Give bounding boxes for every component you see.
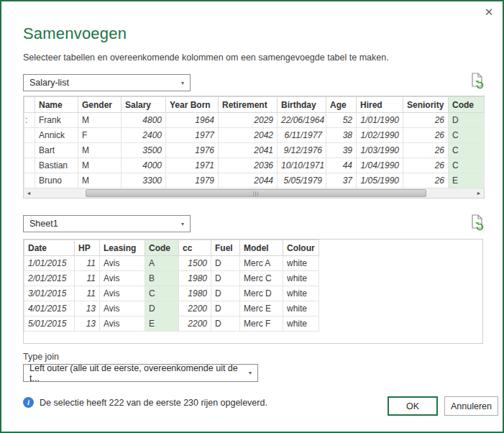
cell: 1980: [179, 286, 211, 301]
cell: [24, 158, 35, 173]
cell: white: [283, 271, 319, 286]
cell: white: [283, 256, 319, 271]
cell: 2/01/2015: [24, 271, 75, 286]
status-text: De selectie heeft 222 van de eerste 230 …: [40, 398, 267, 408]
refresh-preview-icon[interactable]: [470, 72, 485, 89]
cell: E: [145, 316, 179, 332]
column-header-gender[interactable]: Gender: [78, 97, 122, 113]
cell: 1/05/1990: [357, 173, 403, 188]
cell: 1976: [166, 143, 219, 158]
table2-selector-dropdown[interactable]: Sheet1 ▾: [23, 215, 191, 232]
cell: F: [78, 128, 122, 143]
cell: Avis: [100, 316, 145, 332]
page-title: Samenvoegen: [23, 24, 127, 43]
cell: 2029: [219, 113, 278, 128]
scroll-right-icon[interactable]: ►: [474, 188, 484, 198]
column-header-code[interactable]: Code: [449, 97, 485, 113]
cell: 37: [326, 173, 357, 188]
cell: 10/10/1971: [278, 158, 326, 173]
column-header-blank[interactable]: [24, 97, 35, 113]
cell: D: [211, 286, 240, 301]
column-header-salary[interactable]: Salary: [122, 97, 166, 113]
column-header-cc[interactable]: cc: [179, 240, 211, 256]
cell: C: [145, 286, 179, 301]
cell: 4/01/2015: [24, 301, 75, 316]
column-header-model[interactable]: Model: [240, 240, 283, 256]
cell: 9/12/1976: [278, 143, 326, 158]
cell: 1/01/2015: [24, 256, 75, 271]
table-row: 5/01/201513AvisE2200DMerc Fwhite: [24, 316, 319, 332]
cell: 2200: [179, 316, 211, 332]
cell: M: [78, 158, 122, 173]
cell: Merc D: [240, 286, 283, 301]
cell: [24, 128, 35, 143]
cell: 39: [326, 143, 357, 158]
chevron-down-icon: ▾: [249, 370, 252, 376]
column-header-seniority[interactable]: Seniority: [403, 97, 449, 113]
cell: 1977: [166, 128, 219, 143]
cancel-button[interactable]: Annuleren: [444, 396, 498, 416]
cell: 1979: [166, 173, 219, 188]
cell: 5/01/2015: [24, 316, 75, 332]
cell: :: [24, 113, 35, 128]
scrollbar-track[interactable]: |||: [34, 188, 474, 198]
scroll-left-icon[interactable]: ◄: [24, 188, 34, 198]
horizontal-scrollbar[interactable]: ◄ ||| ►: [24, 188, 484, 198]
cell: 13: [75, 301, 100, 316]
scrollbar-thumb[interactable]: |||: [86, 189, 426, 197]
column-header-leasing[interactable]: Leasing: [100, 240, 145, 256]
cell: D: [211, 301, 240, 316]
cell: Merc F: [240, 316, 283, 332]
close-icon[interactable]: ✕: [482, 6, 495, 19]
column-header-date[interactable]: Date: [24, 240, 75, 256]
column-header-name[interactable]: Name: [35, 97, 78, 113]
cell: 52: [326, 113, 357, 128]
refresh-preview-icon[interactable]: [470, 214, 485, 231]
cell: 13: [75, 316, 100, 332]
cell: 44: [326, 158, 357, 173]
cell: M: [78, 113, 122, 128]
column-header-retirement[interactable]: Retirement: [219, 97, 278, 113]
cell: D: [211, 316, 240, 332]
cell: 1/02/1990: [357, 128, 403, 143]
column-header-hp[interactable]: HP: [75, 240, 100, 256]
sheet1-table: DateHPLeasingCodeccFuelModelColour1/01/2…: [24, 240, 319, 332]
cell: Annick: [35, 128, 78, 143]
column-header-birthday[interactable]: Birthday: [278, 97, 326, 113]
column-header-hired[interactable]: Hired: [357, 97, 403, 113]
cell: 22/06/1964: [278, 113, 326, 128]
table-row: :FrankM48001964202922/06/1964521/01/1990…: [24, 113, 485, 128]
cell: 3300: [122, 173, 166, 188]
column-header-code[interactable]: Code: [145, 240, 179, 256]
cell: 11: [75, 256, 100, 271]
column-header-year-born[interactable]: Year Born: [166, 97, 219, 113]
chevron-down-icon: ▾: [181, 221, 184, 227]
cell: B: [145, 271, 179, 286]
cell: C: [449, 158, 485, 173]
ok-button[interactable]: OK: [388, 396, 438, 416]
column-header-age[interactable]: Age: [326, 97, 357, 113]
selection-status: i De selectie heeft 222 van de eerste 23…: [23, 397, 267, 408]
column-header-fuel[interactable]: Fuel: [211, 240, 240, 256]
cell: D: [449, 113, 485, 128]
table-row: BartM3500197620419/12/1976391/03/199026C: [24, 143, 485, 158]
cell: A: [145, 256, 179, 271]
cell: Avis: [100, 301, 145, 316]
join-type-dropdown[interactable]: Left outer (alle uit de eerste, overeenk…: [23, 364, 258, 382]
column-header-colour[interactable]: Colour: [283, 240, 319, 256]
cell: 6/11/1977: [278, 128, 326, 143]
cell: 1980: [179, 271, 211, 286]
cell: 2200: [179, 301, 211, 316]
cell: 2041: [219, 143, 278, 158]
cell: C: [449, 143, 485, 158]
cell: 38: [326, 128, 357, 143]
cell: Bruno: [35, 173, 78, 188]
table1-selector-dropdown[interactable]: Salary-list ▾: [23, 74, 191, 91]
cell: 2042: [219, 128, 278, 143]
table2-selector-value: Sheet1: [29, 219, 58, 229]
salary-list-table: NameGenderSalaryYear BornRetirementBirth…: [24, 96, 485, 188]
cell: 1500: [179, 256, 211, 271]
cell: D: [211, 256, 240, 271]
cell: 26: [403, 173, 449, 188]
cell: 26: [403, 128, 449, 143]
